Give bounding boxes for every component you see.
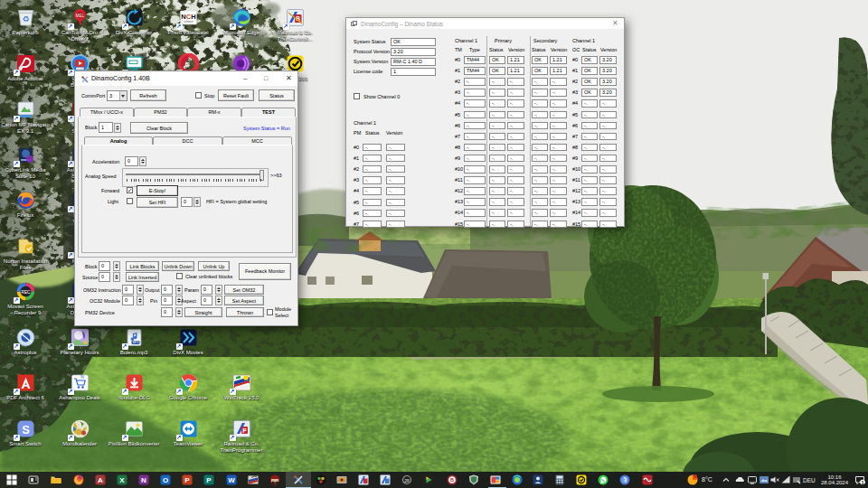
svg-text:B: B <box>450 477 454 483</box>
svg-text:N: N <box>141 476 146 484</box>
svg-text:REC: REC <box>21 290 31 295</box>
svg-text:X: X <box>119 476 125 484</box>
svg-text:1: 1 <box>861 480 863 485</box>
svg-text:♻: ♻ <box>22 14 29 23</box>
svg-text:O: O <box>163 476 168 484</box>
svg-text:W: W <box>228 476 235 484</box>
svg-text:software: software <box>184 20 193 23</box>
svg-text:MEL: MEL <box>75 14 84 18</box>
svg-text:MP3: MP3 <box>132 341 138 344</box>
svg-text:S: S <box>22 423 30 436</box>
svg-text:28: 28 <box>404 478 410 483</box>
svg-text:P: P <box>206 476 212 484</box>
svg-text:P: P <box>242 427 247 434</box>
svg-text:P: P <box>184 476 190 484</box>
svg-text:%: % <box>80 375 84 380</box>
svg-text:A: A <box>98 476 103 484</box>
